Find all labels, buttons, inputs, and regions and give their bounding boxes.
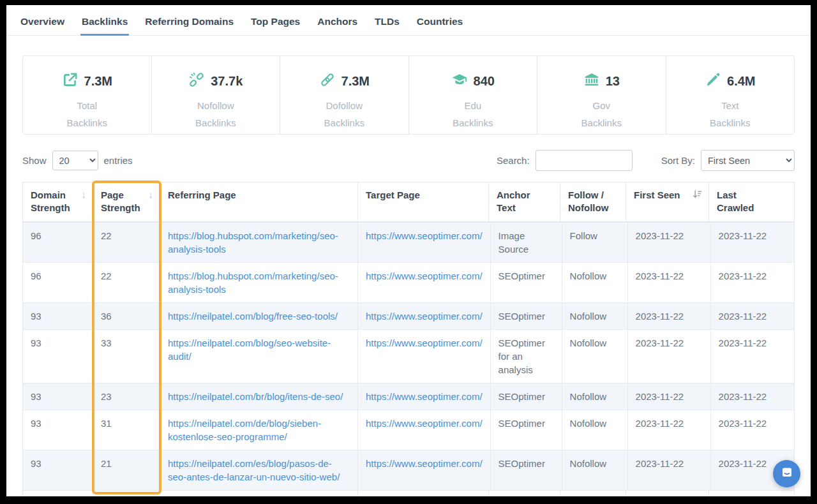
cell-last-crawled: 2023-11-22 <box>711 330 784 383</box>
column-header-domain-strength[interactable]: Domain Strength ↓ <box>23 182 93 221</box>
tab-overview[interactable]: Overview <box>20 16 64 35</box>
cell-first-seen: 2023-11-22 <box>628 330 711 383</box>
column-header-target-page: Target Page <box>358 182 489 221</box>
chat-widget-button[interactable] <box>773 460 800 487</box>
sort-amount-icon <box>693 189 702 199</box>
target-page-link[interactable]: https://www.seoptimer.com/ <box>366 271 483 281</box>
broken-link-icon <box>188 71 205 91</box>
chat-bubble-icon <box>779 465 795 483</box>
column-header-anchor-text: Anchor Text <box>489 182 560 221</box>
stat-edu-backlinks: 840 Edu Backlinks <box>409 56 538 134</box>
cell-domain-strength: 93 <box>23 450 93 490</box>
table-row: 93 31 https://neilpatel.com/de/blog/sieb… <box>23 410 794 450</box>
column-header-first-seen[interactable]: First Seen <box>626 182 709 221</box>
referring-page-link[interactable]: https://neilpatel.com/es/blog/pasos-de-s… <box>168 458 340 482</box>
stat-gov-backlinks: 13 Gov Backlinks <box>537 56 666 134</box>
cell-follow: Follow <box>562 223 628 262</box>
search-input[interactable] <box>536 150 633 171</box>
tab-tlds[interactable]: TLDs <box>375 16 400 35</box>
cell-follow: Nofollow <box>562 303 628 329</box>
table-row: 90 19 https://www.cloudways.com/blog/seo… <box>23 490 794 497</box>
column-label: Last Crawled <box>717 189 755 215</box>
cell-page-strength: 22 <box>93 263 160 302</box>
cell-page-strength: 23 <box>93 383 160 410</box>
tab-countries[interactable]: Countries <box>417 16 463 35</box>
target-page-link[interactable]: https://www.seoptimer.com/ <box>366 337 483 348</box>
referring-page-link[interactable]: https://neilpatel.com/de/blog/sieben-kos… <box>168 418 321 442</box>
column-header-follow-nofollow: Follow / Nofollow <box>560 182 626 221</box>
column-label: Page Strength <box>101 189 146 215</box>
stat-value: 7.3M <box>84 74 112 89</box>
link-icon <box>319 71 336 91</box>
stat-value: 37.7k <box>211 74 243 89</box>
target-page-link[interactable]: https://www.seoptimer.com/ <box>366 418 483 429</box>
table-controls: Show 20 entries Search: Sort By: First S… <box>22 150 795 171</box>
referring-page-link[interactable]: https://neilpatel.com/blog/free-seo-tool… <box>168 311 338 322</box>
table-row: 96 22 https://blog.hubspot.com/marketing… <box>23 262 794 302</box>
bank-icon <box>583 71 600 91</box>
cell-anchor-text: SEOptimer for an analysis <box>491 330 562 383</box>
cell-anchor-text: SEOptimer <box>491 383 562 410</box>
cell-page-strength: 33 <box>93 330 160 383</box>
cell-page-strength: 21 <box>93 450 160 490</box>
target-page-link[interactable]: https://www.seoptimer.com/ <box>366 311 483 322</box>
referring-page-link[interactable]: https://blog.hubspot.com/marketing/seo-a… <box>168 271 338 295</box>
sort-by-select[interactable]: First Seen <box>701 150 795 171</box>
cell-last-crawled: 2023-11-22 <box>711 383 784 410</box>
referring-page-link[interactable]: https://blog.hubspot.com/marketing/seo-a… <box>168 230 338 255</box>
stat-value: 6.4M <box>727 74 755 89</box>
sort-down-icon: ↓ <box>149 188 154 201</box>
tab-anchors[interactable]: Anchors <box>317 16 357 35</box>
tab-referring-domains[interactable]: Referring Domains <box>145 16 234 35</box>
cell-anchor-text: SEOptimer <box>491 303 562 329</box>
cell-first-seen: 2023-11-22 <box>628 410 711 450</box>
tab-bar: Overview Backlinks Referring Domains Top… <box>6 5 811 36</box>
table-row: 93 33 https://neilpatel.com/blog/seo-web… <box>23 329 794 383</box>
table-row: 96 22 https://blog.hubspot.com/marketing… <box>23 222 794 262</box>
cell-domain-strength: 93 <box>23 303 93 329</box>
column-header-page-strength[interactable]: Page Strength ↓ <box>93 182 160 221</box>
table-row: 93 21 https://neilpatel.com/es/blog/paso… <box>23 450 794 490</box>
cell-anchor-text: Image Source <box>491 223 562 262</box>
stat-label: Edu Backlinks <box>444 97 502 131</box>
target-page-link[interactable]: https://www.seoptimer.com/ <box>366 458 483 469</box>
sort-by-label: Sort By: <box>661 155 695 166</box>
pencil-icon <box>705 71 721 91</box>
cell-page-strength: 36 <box>93 303 160 329</box>
tab-top-pages[interactable]: Top Pages <box>251 16 300 35</box>
show-label: Show <box>22 155 47 166</box>
stat-label: Dofollow Backlinks <box>315 97 373 131</box>
target-page-link[interactable]: https://www.seoptimer.com/ <box>366 391 483 402</box>
stat-value: 840 <box>474 74 495 89</box>
cell-first-seen: 2023-11-22 <box>628 450 711 490</box>
stat-value: 7.3M <box>341 74 370 89</box>
column-label: Referring Page <box>168 189 350 202</box>
cell-follow: Nofollow <box>562 410 628 450</box>
cell-domain-strength: 96 <box>23 263 93 302</box>
target-page-link[interactable]: https://www.seoptimer.com/ <box>366 230 483 241</box>
cell-anchor-text: Seoptimer <box>489 491 560 497</box>
stat-total-backlinks: 7.3M Total Backlinks <box>23 56 152 134</box>
stat-label: Text Backlinks <box>701 97 759 131</box>
column-label: Follow / Nofollow <box>568 189 613 215</box>
backlinks-table: Domain Strength ↓ Page Strength ↓ Referr… <box>22 182 795 496</box>
cell-anchor-text: SEOptimer <box>491 450 562 490</box>
cell-anchor-text: SEOptimer <box>491 410 562 450</box>
external-link-icon <box>62 71 79 91</box>
cell-follow: Follow <box>560 491 626 497</box>
cell-page-strength: 31 <box>93 410 160 450</box>
referring-page-link[interactable]: https://neilpatel.com/blog/seo-website-a… <box>168 337 331 362</box>
table-header-row: Domain Strength ↓ Page Strength ↓ Referr… <box>23 182 794 222</box>
tab-backlinks[interactable]: Backlinks <box>82 16 128 35</box>
cell-follow: Nofollow <box>562 263 628 302</box>
column-header-referring-page: Referring Page <box>160 182 358 221</box>
cell-domain-strength: 93 <box>23 410 93 450</box>
entries-select[interactable]: 20 <box>52 151 98 170</box>
cell-domain-strength: 90 <box>23 491 93 497</box>
column-label: Target Page <box>366 189 481 202</box>
backlink-stats-panel: 7.3M Total Backlinks 37.7k Nofollow Back… <box>22 56 795 135</box>
stat-label: Nofollow Backlinks <box>187 97 244 131</box>
referring-page-link[interactable]: https://neilpatel.com/br/blog/itens-de-s… <box>168 391 343 402</box>
cell-first-seen: 2023-11-22 <box>628 223 711 262</box>
cell-last-crawled: 2023-11-22 <box>709 491 783 497</box>
